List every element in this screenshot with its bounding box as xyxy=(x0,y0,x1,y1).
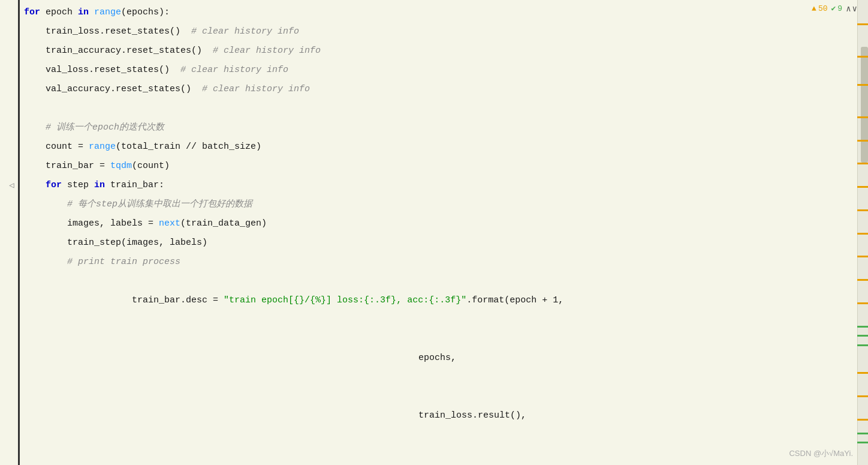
comment-cn-text: # 训练一个epoch的迭代次数 xyxy=(24,118,164,137)
nav-up-arrow[interactable]: ∧ xyxy=(846,4,851,14)
editor-container: ▲ 50 ✔ 9 ∧ ∨ for epoch in range(epochs): xyxy=(0,0,868,465)
code-text: train_bar: xyxy=(105,176,164,195)
keyword-for: for xyxy=(24,3,40,22)
scroll-marker-warning xyxy=(857,56,868,58)
code-text: val_accuracy.reset_states() xyxy=(24,80,202,99)
scroll-marker-ok xyxy=(857,433,868,434)
ok-checkmark-icon: ✔ xyxy=(831,4,836,13)
table-row: val_loss.reset_states() # clear history … xyxy=(6,61,857,80)
ok-number: 9 xyxy=(837,4,842,13)
code-text: count = xyxy=(24,137,89,157)
code-continuation: train_accuracy.result() xyxy=(24,445,542,465)
scroll-marker-ok xyxy=(857,326,868,328)
comment-text: # clear history info xyxy=(180,61,288,80)
line-code: val_loss.reset_states() # clear history … xyxy=(24,61,857,80)
line-gutter xyxy=(6,137,24,157)
nav-down-arrow[interactable]: ∨ xyxy=(852,4,857,14)
code-text: train_bar.desc = xyxy=(89,295,224,305)
code-text: train_step(images, labels) xyxy=(24,233,207,253)
line-code: for epoch in range(epochs): xyxy=(24,3,857,22)
line-gutter xyxy=(6,41,24,61)
table-row: images, labels = next(train_data_gen) xyxy=(6,214,857,233)
code-text: train_accuracy.reset_states() xyxy=(24,41,213,61)
scroll-marker-warning xyxy=(857,395,868,397)
line-gutter xyxy=(6,195,24,214)
cursor-line xyxy=(18,0,20,465)
code-text: epochs, xyxy=(418,353,456,363)
scroll-marker-warning xyxy=(857,233,868,235)
scroll-marker-warning xyxy=(857,419,868,421)
line-gutter xyxy=(6,80,24,99)
scroll-marker-warning xyxy=(857,84,868,86)
comment-text: # clear history info xyxy=(202,80,310,99)
top-bar: ▲ 50 ✔ 9 ∧ ∨ xyxy=(812,0,857,17)
line-gutter xyxy=(6,233,24,253)
comment-text: # clear history info xyxy=(213,41,321,61)
table-row: # print train process xyxy=(6,253,857,272)
line-gutter xyxy=(6,157,24,176)
scroll-marker-warning xyxy=(857,163,868,164)
comment-cn-text: # 每个step从训练集中取出一个打包好的数据 xyxy=(24,195,252,214)
line-code: train_step(images, labels) xyxy=(24,233,857,253)
scrollbar-thumb[interactable] xyxy=(861,47,868,163)
warning-triangle-icon: ▲ xyxy=(812,4,816,13)
code-line-part: train_bar.desc = "train epoch[{}/{%}] lo… xyxy=(24,272,563,329)
code-content: for epoch in range(epochs): train_loss.r… xyxy=(0,0,857,465)
table-row: train_bar = tqdm(count) xyxy=(6,157,857,176)
line-code: for step in train_bar: xyxy=(24,176,857,195)
line-code: val_accuracy.reset_states() # clear hist… xyxy=(24,80,857,99)
keyword-for: for xyxy=(24,176,62,195)
code-continuation: epochs, xyxy=(24,329,456,387)
scroll-marker-warning xyxy=(857,279,868,281)
comment-text: # clear history info xyxy=(191,22,299,41)
keyword-in: in xyxy=(78,3,89,22)
table-row: # 每个step从训练集中取出一个打包好的数据 xyxy=(6,195,857,214)
func-next: next xyxy=(159,214,180,233)
code-area[interactable]: for epoch in range(epochs): train_loss.r… xyxy=(0,0,857,465)
nav-arrows[interactable]: ∧ ∨ xyxy=(846,4,857,14)
scroll-marker-warning xyxy=(857,372,868,374)
table-row: val_accuracy.reset_states() # clear hist… xyxy=(6,80,857,99)
line-gutter xyxy=(6,118,24,137)
string-literal: "train epoch[{}/{%}] loss:{:.3f}, acc:{:… xyxy=(224,295,466,305)
warning-count: ▲ 50 xyxy=(812,4,827,13)
line-code xyxy=(24,99,857,118)
line-code: # print train process xyxy=(24,253,857,272)
line-gutter: ◁ xyxy=(6,176,24,195)
code-text: train_loss.result(), xyxy=(418,410,526,421)
table-row xyxy=(6,99,857,118)
scroll-marker-ok xyxy=(857,335,868,337)
table-row: train_step(images, labels) xyxy=(6,233,857,253)
table-row: train_accuracy.reset_states() # clear hi… xyxy=(6,41,857,61)
table-row: # 训练一个epoch的迭代次数 xyxy=(6,118,857,137)
func-range: range xyxy=(94,3,121,22)
line-gutter xyxy=(6,99,24,118)
code-text: epoch xyxy=(40,3,78,22)
table-row: count = range(total_train // batch_size) xyxy=(6,137,857,157)
line-code: count = range(total_train // batch_size) xyxy=(24,137,857,157)
line-gutter xyxy=(6,253,24,272)
comment-text: # print train process xyxy=(24,253,180,272)
code-text: images, labels = xyxy=(24,214,159,233)
code-text: train_loss.reset_states() xyxy=(24,22,191,41)
scroll-marker-warning xyxy=(857,116,868,118)
scrollbar-track[interactable] xyxy=(858,0,868,465)
func-range: range xyxy=(89,137,116,157)
ok-count: ✔ 9 xyxy=(831,4,842,13)
scroll-marker-ok xyxy=(857,344,868,346)
code-text xyxy=(89,3,94,22)
line-gutter xyxy=(6,272,24,291)
scroll-marker-warning xyxy=(857,186,868,188)
line-gutter xyxy=(6,3,24,22)
watermark: CSDN @小√MaYi. xyxy=(789,448,853,459)
table-row: ◁ for step in train_bar: xyxy=(6,176,857,195)
line-code: train_accuracy.reset_states() # clear hi… xyxy=(24,41,857,61)
line-code: images, labels = next(train_data_gen) xyxy=(24,214,857,233)
code-text: val_loss.reset_states() xyxy=(24,61,180,80)
scroll-marker-warning xyxy=(857,140,868,142)
line-code: # 训练一个epoch的迭代次数 xyxy=(24,118,857,137)
line-code: train_loss.reset_states() # clear histor… xyxy=(24,22,857,41)
scrollbar[interactable] xyxy=(857,0,868,465)
keyword-in: in xyxy=(94,176,105,195)
line-gutter xyxy=(6,61,24,80)
